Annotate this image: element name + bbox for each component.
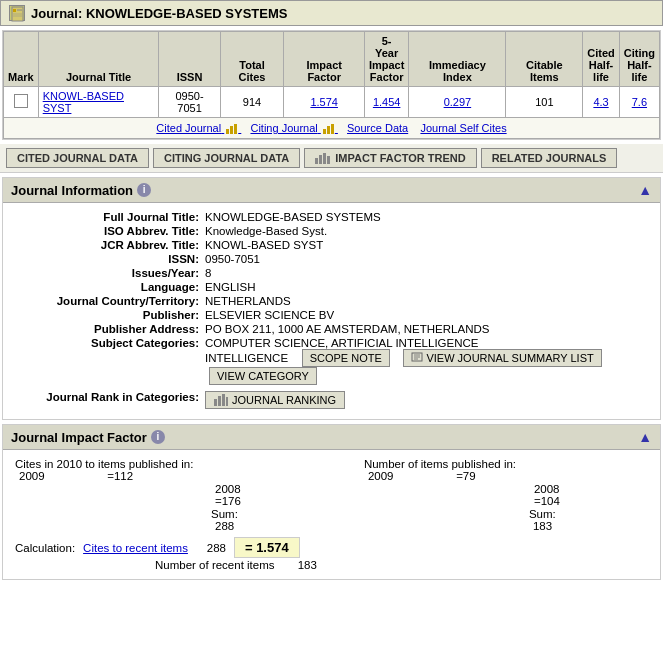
citing-journal-chart-icon: [323, 124, 335, 134]
header-text: Journal: KNOWLEDGE-BASED SYSTEMS: [31, 6, 287, 21]
cited-half-link[interactable]: 4.3: [593, 96, 608, 108]
tab-impact-factor-trend[interactable]: IMPACT FACTOR TREND: [304, 148, 476, 168]
tab-bar: CITED JOURNAL DATA CITING JOURNAL DATA I…: [0, 144, 663, 173]
jif-calc-row: Calculation: Cites to recent items 288 =…: [15, 537, 648, 558]
journal-info-title-wrap: Journal Information i: [11, 183, 151, 198]
rank-label: Journal Rank in Categories:: [15, 391, 205, 409]
svg-rect-10: [331, 124, 334, 134]
impact-factor-body: Cites in 2010 to items published in: 200…: [3, 450, 660, 579]
cites-to-recent-link[interactable]: Cites to recent items: [83, 542, 188, 554]
impact-factor-title: Journal Impact Factor: [11, 430, 147, 445]
citable-cell: 101: [506, 87, 583, 118]
tab-citing-journal-data[interactable]: CITING JOURNAL DATA: [153, 148, 300, 168]
info-value-pub-address: PO BOX 211, 1000 AE AMSTERDAM, NETHERLAN…: [205, 323, 489, 335]
info-row-9: Subject Categories: COMPUTER SCIENCE, AR…: [15, 337, 648, 385]
links-cell: Cited Journal Citing Journal: [4, 118, 660, 139]
info-value-subject: COMPUTER SCIENCE, ARTIFICIAL INTELLIGENC…: [205, 337, 648, 385]
info-row-0: Full Journal Title: KNOWLEDGE-BASED SYST…: [15, 211, 648, 223]
info-row-2: JCR Abbrev. Title: KNOWL-BASED SYST: [15, 239, 648, 251]
total-cites-cell: 914: [220, 87, 284, 118]
journal-icon: [9, 5, 25, 21]
view-journal-summary-button[interactable]: VIEW JOURNAL SUMMARY LIST: [403, 349, 601, 367]
main-table-wrap: Mark Journal Title ISSN Total Cites Impa…: [2, 30, 661, 140]
scope-note-button[interactable]: SCOPE NOTE: [302, 349, 390, 367]
impact-factor-info-icon[interactable]: i: [151, 430, 165, 444]
citing-half-link[interactable]: 7.6: [632, 96, 647, 108]
svg-rect-9: [327, 126, 330, 134]
jif-items-col: Number of items published in: 2009 =79 2…: [364, 458, 648, 533]
col-five-year: 5-YearImpactFactor: [364, 32, 408, 87]
info-label-country: Journal Country/Territory:: [15, 295, 205, 307]
svg-rect-13: [323, 153, 326, 164]
info-label-full-title: Full Journal Title:: [15, 211, 205, 223]
info-label-pub-address: Publisher Address:: [15, 323, 205, 335]
jif-cites-sum: Sum: 288: [211, 508, 324, 532]
svg-rect-14: [327, 156, 330, 164]
svg-rect-21: [222, 394, 225, 406]
jif-items-header: Number of items published in: 2009 =79: [364, 458, 648, 482]
journal-info-header: Journal Information i ▲: [3, 178, 660, 203]
info-label-language: Language:: [15, 281, 205, 293]
svg-rect-8: [323, 129, 326, 134]
info-label-iso: ISO Abbrev. Title:: [15, 225, 205, 237]
cited-journal-link[interactable]: Cited Journal: [156, 122, 241, 134]
journal-self-cites-link[interactable]: Journal Self Cites: [420, 122, 506, 134]
table-row: KNOWL-BASED SYST 0950-7051 914 1.574 1.4…: [4, 87, 660, 118]
svg-rect-22: [226, 397, 228, 406]
impact-factor-link[interactable]: 1.574: [310, 96, 338, 108]
view-category-button[interactable]: VIEW CATEGORY: [209, 367, 317, 385]
col-issn: ISSN: [159, 32, 220, 87]
info-value-issn: 0950-7051: [205, 253, 260, 265]
journal-info-title: Journal Information: [11, 183, 133, 198]
journal-ranking-button[interactable]: JOURNAL RANKING: [205, 391, 345, 409]
five-year-cell[interactable]: 1.454: [364, 87, 408, 118]
journal-title-link[interactable]: KNOWL-BASED SYST: [43, 90, 124, 114]
impact-factor-cell[interactable]: 1.574: [284, 87, 364, 118]
col-total-cites: Total Cites: [220, 32, 284, 87]
svg-rect-7: [234, 124, 237, 134]
info-value-iso: Knowledge-Based Syst.: [205, 225, 327, 237]
citing-journal-link[interactable]: Citing Journal: [250, 122, 337, 134]
journal-info-icon[interactable]: i: [137, 183, 151, 197]
issn-cell: 0950-7051: [159, 87, 220, 118]
info-label-subject: Subject Categories:: [15, 337, 205, 349]
jif-items-2008: 2008 =104: [534, 483, 648, 507]
impact-factor-toggle[interactable]: ▲: [638, 429, 652, 445]
citing-half-cell[interactable]: 7.6: [619, 87, 659, 118]
five-year-link[interactable]: 1.454: [373, 96, 401, 108]
info-label-issn: ISSN:: [15, 253, 205, 265]
info-row-5: Language: ENGLISH: [15, 281, 648, 293]
info-value-language: ENGLISH: [205, 281, 256, 293]
cited-journal-chart-icon: [226, 124, 238, 134]
info-value-publisher: ELSEVIER SCIENCE BV: [205, 309, 334, 321]
info-row-7: Publisher: ELSEVIER SCIENCE BV: [15, 309, 648, 321]
journal-info-toggle[interactable]: ▲: [638, 182, 652, 198]
jif-recent: Number of recent items 183: [155, 559, 648, 571]
info-row-8: Publisher Address: PO BOX 211, 1000 AE A…: [15, 323, 648, 335]
info-value-issues: 8: [205, 267, 211, 279]
immediacy-cell[interactable]: 0.297: [409, 87, 506, 118]
info-label-issues: Issues/Year:: [15, 267, 205, 279]
links-row: Cited Journal Citing Journal: [4, 118, 660, 139]
title-cell[interactable]: KNOWL-BASED SYST: [38, 87, 159, 118]
svg-rect-1: [13, 9, 16, 12]
tab-cited-journal-data[interactable]: CITED JOURNAL DATA: [6, 148, 149, 168]
info-value-country: NETHERLANDS: [205, 295, 291, 307]
col-mark: Mark: [4, 32, 39, 87]
journal-info-body: Full Journal Title: KNOWLEDGE-BASED SYST…: [3, 203, 660, 419]
col-cited-half: CitedHalf-life: [583, 32, 620, 87]
col-citing-half: CitingHalf-life: [619, 32, 659, 87]
jif-items-sum: Sum: 183: [529, 508, 648, 532]
source-data-link[interactable]: Source Data: [347, 122, 408, 134]
cited-half-cell[interactable]: 4.3: [583, 87, 620, 118]
svg-rect-11: [315, 158, 318, 164]
info-row-4: Issues/Year: 8: [15, 267, 648, 279]
info-label-publisher: Publisher:: [15, 309, 205, 321]
mark-cell[interactable]: [4, 87, 39, 118]
immediacy-link[interactable]: 0.297: [444, 96, 472, 108]
svg-rect-12: [319, 155, 322, 164]
ranking-icon: [214, 394, 228, 406]
svg-rect-20: [218, 396, 221, 406]
tab-related-journals[interactable]: RELATED JOURNALS: [481, 148, 618, 168]
checkbox[interactable]: [14, 94, 28, 108]
